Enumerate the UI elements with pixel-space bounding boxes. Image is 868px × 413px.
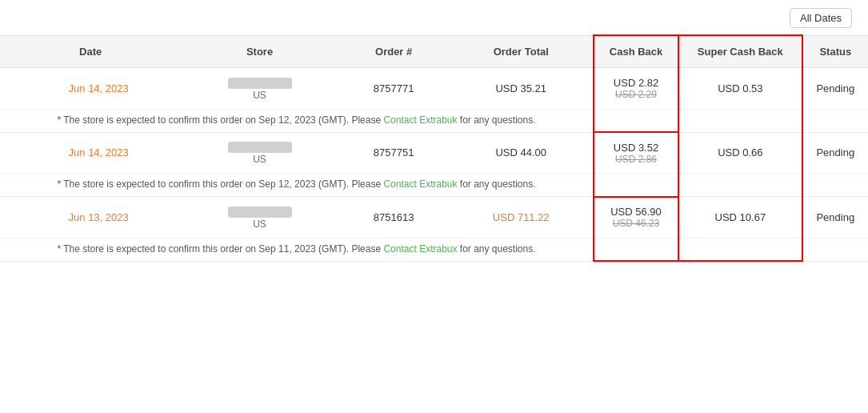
store-blur xyxy=(228,142,292,153)
info-cash-back-col xyxy=(594,109,678,132)
contact-link[interactable]: Contact Extrabuk xyxy=(383,178,457,190)
info-status-col xyxy=(802,238,868,261)
col-date: Date xyxy=(0,35,181,68)
contact-link[interactable]: Contact Extrabuk xyxy=(383,114,457,126)
store-country: US xyxy=(253,219,266,230)
row-cash-back: USD 56.90USD 46.23 xyxy=(594,197,678,239)
info-super-cash-back-col xyxy=(678,174,802,197)
row-order-num: 8757751 xyxy=(338,132,450,174)
info-cash-back-col xyxy=(594,238,678,261)
row-status: Pending xyxy=(802,197,868,239)
col-status: Status xyxy=(802,35,868,68)
info-row: * The store is expected to confirm this … xyxy=(0,109,868,132)
date-filter-button[interactable]: All Dates xyxy=(790,8,852,28)
row-status: Pending xyxy=(802,68,868,110)
order-total-value: USD 711.22 xyxy=(493,211,550,223)
info-text: * The store is expected to confirm this … xyxy=(0,109,594,132)
table-row: Jun 13, 2023US8751613USD 711.22USD 56.90… xyxy=(0,197,868,239)
row-status: Pending xyxy=(802,132,868,174)
col-cash-back: Cash Back xyxy=(594,35,678,68)
cash-back-main: USD 56.90 xyxy=(602,206,670,218)
cash-back-main: USD 2.82 xyxy=(602,77,670,89)
top-right-controls: All Dates xyxy=(0,8,868,34)
cash-back-original: USD 2.29 xyxy=(602,89,670,100)
page-wrapper: All Dates Date Store Order # Order Total… xyxy=(0,0,868,413)
row-date: Jun 14, 2023 xyxy=(0,68,181,110)
row-store: US xyxy=(181,132,338,174)
info-super-cash-back-col xyxy=(678,238,802,261)
row-store: US xyxy=(181,197,338,239)
info-cash-back-col xyxy=(594,174,678,197)
col-order-total: Order Total xyxy=(450,35,594,68)
row-super-cash-back: USD 0.53 xyxy=(678,68,802,110)
row-order-total: USD 44.00 xyxy=(450,132,594,174)
info-row: * The store is expected to confirm this … xyxy=(0,174,868,197)
row-date: Jun 13, 2023 xyxy=(0,197,181,239)
store-blur xyxy=(228,78,292,89)
contact-link[interactable]: Contact Extrabux xyxy=(383,243,457,255)
col-order-num: Order # xyxy=(338,35,450,68)
row-super-cash-back: USD 10.67 xyxy=(678,197,802,239)
col-store: Store xyxy=(181,35,338,68)
table-row: Jun 14, 2023US8757751USD 44.00USD 3.52US… xyxy=(0,132,868,174)
row-date: Jun 14, 2023 xyxy=(0,132,181,174)
row-cash-back: USD 3.52USD 2.86 xyxy=(594,132,678,174)
cash-back-original: USD 2.86 xyxy=(602,154,670,165)
row-order-total: USD 711.22 xyxy=(450,197,594,239)
cash-back-main: USD 3.52 xyxy=(602,142,670,154)
info-text: * The store is expected to confirm this … xyxy=(0,174,594,197)
row-cash-back: USD 2.82USD 2.29 xyxy=(594,68,678,110)
orders-table: Date Store Order # Order Total Cash Back… xyxy=(0,34,868,262)
store-country: US xyxy=(253,90,266,101)
info-row: * The store is expected to confirm this … xyxy=(0,238,868,261)
table-header-row: Date Store Order # Order Total Cash Back… xyxy=(0,35,868,68)
store-country: US xyxy=(253,154,266,165)
info-status-col xyxy=(802,109,868,132)
store-blur xyxy=(228,206,292,218)
info-status-col xyxy=(802,174,868,197)
table-row: Jun 14, 2023US8757771USD 35.21USD 2.82US… xyxy=(0,68,868,110)
info-text: * The store is expected to confirm this … xyxy=(0,238,594,261)
row-order-num: 8757771 xyxy=(338,68,450,110)
cash-back-original: USD 46.23 xyxy=(602,218,670,229)
row-order-total: USD 35.21 xyxy=(450,68,594,110)
row-super-cash-back: USD 0.66 xyxy=(678,132,802,174)
col-super-cash-back: Super Cash Back xyxy=(678,35,802,68)
info-super-cash-back-col xyxy=(678,109,802,132)
row-order-num: 8751613 xyxy=(338,197,450,239)
row-store: US xyxy=(181,68,338,110)
